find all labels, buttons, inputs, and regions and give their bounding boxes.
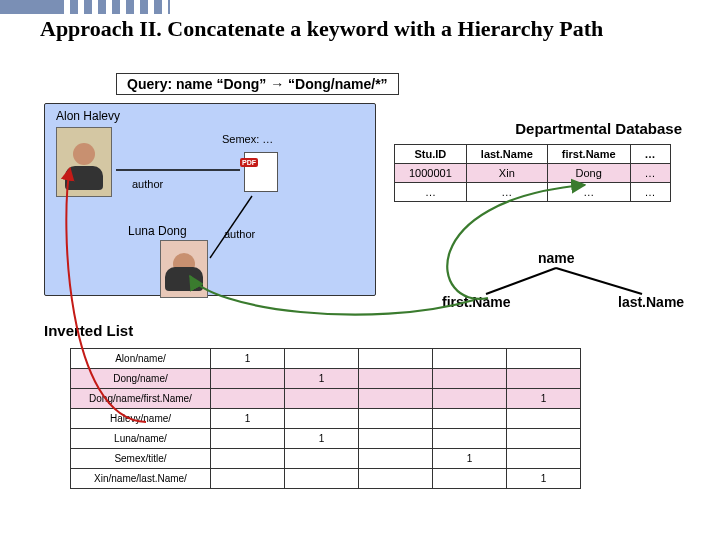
- pdf-icon: PDF: [244, 152, 278, 192]
- author-edge-1: author: [132, 178, 163, 190]
- db-row: 1000001 Xin Dong …: [395, 164, 671, 183]
- schema-tree: name first.Name last.Name: [452, 250, 672, 312]
- slide-decoration: [0, 0, 170, 14]
- inverted-row: Alon/name/1: [71, 349, 581, 369]
- slide-title: Approach II. Concatenate a keyword with …: [40, 16, 680, 41]
- query-box: Query: name “Dong” → “Dong/name/*”: [116, 73, 399, 95]
- db-table: Stu.ID last.Name first.Name … 1000001 Xi…: [394, 144, 671, 202]
- inverted-row: Dong/name/1: [71, 369, 581, 389]
- person2-label: Luna Dong: [128, 224, 187, 238]
- svg-line-1: [556, 268, 642, 294]
- inverted-row: Semex/title/1: [71, 449, 581, 469]
- db-header-row: Stu.ID last.Name first.Name …: [395, 145, 671, 164]
- inverted-row: Halevy/name/1: [71, 409, 581, 429]
- person1-photo: [56, 127, 112, 197]
- db-row: … … … …: [395, 183, 671, 202]
- inverted-row: Dong/name/first.Name/1: [71, 389, 581, 409]
- svg-line-0: [486, 268, 556, 294]
- person2-photo: [160, 240, 208, 298]
- db-title: Departmental Database: [515, 120, 682, 137]
- semex-label: Semex: …: [222, 133, 273, 145]
- inverted-list-table: Alon/name/1Dong/name/1Dong/name/first.Na…: [70, 348, 581, 489]
- person1-label: Alon Halevy: [56, 109, 120, 123]
- inverted-list-title: Inverted List: [44, 322, 133, 339]
- inverted-row: Xin/name/last.Name/1: [71, 469, 581, 489]
- author-edge-2: author: [224, 228, 255, 240]
- inverted-row: Luna/name/1: [71, 429, 581, 449]
